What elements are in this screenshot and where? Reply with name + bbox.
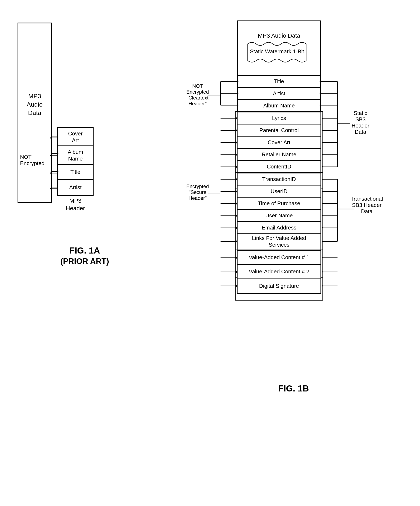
svg-text:MP3: MP3 bbox=[69, 198, 81, 204]
svg-text:Parental Control: Parental Control bbox=[259, 127, 299, 133]
svg-text:"Secure: "Secure bbox=[189, 189, 206, 195]
svg-text:Retailer Name: Retailer Name bbox=[262, 151, 296, 158]
svg-text:Cover: Cover bbox=[68, 130, 83, 137]
svg-text:Header": Header" bbox=[188, 101, 207, 107]
fig1b-diagram: MP3 Audio Data Static Watermark 1-Bit Ti… bbox=[179, 17, 408, 414]
svg-text:TransactionID: TransactionID bbox=[262, 176, 296, 182]
svg-text:Time of Purchase: Time of Purchase bbox=[258, 200, 300, 206]
svg-text:NOT: NOT bbox=[192, 83, 203, 89]
svg-text:Data: Data bbox=[355, 129, 366, 135]
fig1a-diagram: MP3 Audio Data Cover Art Album Name Titl… bbox=[12, 17, 158, 247]
svg-text:Album Name: Album Name bbox=[263, 102, 295, 109]
svg-text:Data: Data bbox=[28, 109, 41, 116]
svg-text:Lyrics: Lyrics bbox=[272, 115, 286, 121]
svg-text:Encrypted: Encrypted bbox=[186, 89, 209, 95]
fig1b-wrapper: MP3 Audio Data Static Watermark 1-Bit Ti… bbox=[179, 17, 408, 395]
svg-text:Static: Static bbox=[354, 110, 367, 116]
svg-text:UserID: UserID bbox=[270, 188, 287, 194]
svg-text:Name: Name bbox=[68, 155, 83, 162]
svg-text:Digital Signature: Digital Signature bbox=[259, 283, 299, 289]
fig1a-caption: FIG. 1A (PRIOR ART) bbox=[60, 238, 109, 266]
svg-text:Services: Services bbox=[269, 242, 289, 248]
svg-text:Email Address: Email Address bbox=[262, 225, 296, 231]
fig1a-wrapper: MP3 Audio Data Cover Art Album Name Titl… bbox=[12, 17, 158, 266]
svg-text:NOT: NOT bbox=[20, 154, 32, 160]
svg-text:Value-Added Content # 2: Value-Added Content # 2 bbox=[249, 268, 309, 275]
svg-text:Static Watermark 1-Bit: Static Watermark 1-Bit bbox=[250, 48, 304, 54]
svg-text:ContentID: ContentID bbox=[267, 163, 291, 170]
svg-text:"Cleartext: "Cleartext bbox=[186, 95, 208, 100]
fig1b-caption: FIG. 1B bbox=[278, 376, 309, 395]
svg-text:Art: Art bbox=[72, 137, 79, 143]
svg-text:Value-Added Content # 1: Value-Added Content # 1 bbox=[249, 254, 309, 260]
svg-text:Audio: Audio bbox=[26, 101, 43, 108]
svg-text:Header": Header" bbox=[188, 195, 207, 201]
svg-text:SB3 Header: SB3 Header bbox=[352, 202, 381, 208]
svg-text:Album: Album bbox=[68, 149, 83, 155]
svg-text:Artist: Artist bbox=[273, 90, 285, 97]
svg-text:SB3: SB3 bbox=[355, 116, 366, 122]
svg-text:MP3 Audio Data: MP3 Audio Data bbox=[258, 32, 300, 39]
svg-text:Links For Value Added: Links For Value Added bbox=[252, 235, 306, 241]
svg-text:Transactional: Transactional bbox=[350, 196, 383, 202]
svg-text:Encrypted: Encrypted bbox=[20, 160, 45, 166]
svg-text:Header: Header bbox=[66, 205, 85, 212]
svg-text:Header: Header bbox=[352, 122, 369, 129]
svg-rect-34 bbox=[237, 21, 321, 75]
svg-text:User Name: User Name bbox=[265, 212, 293, 219]
svg-text:Data: Data bbox=[361, 208, 372, 214]
mp3-tall-label: MP3 bbox=[28, 93, 41, 100]
svg-text:Cover Art: Cover Art bbox=[268, 139, 290, 146]
svg-text:Encrypted: Encrypted bbox=[186, 184, 209, 189]
svg-text:Title: Title bbox=[274, 78, 284, 84]
svg-text:Artist: Artist bbox=[69, 184, 82, 190]
svg-text:Title: Title bbox=[70, 169, 80, 175]
